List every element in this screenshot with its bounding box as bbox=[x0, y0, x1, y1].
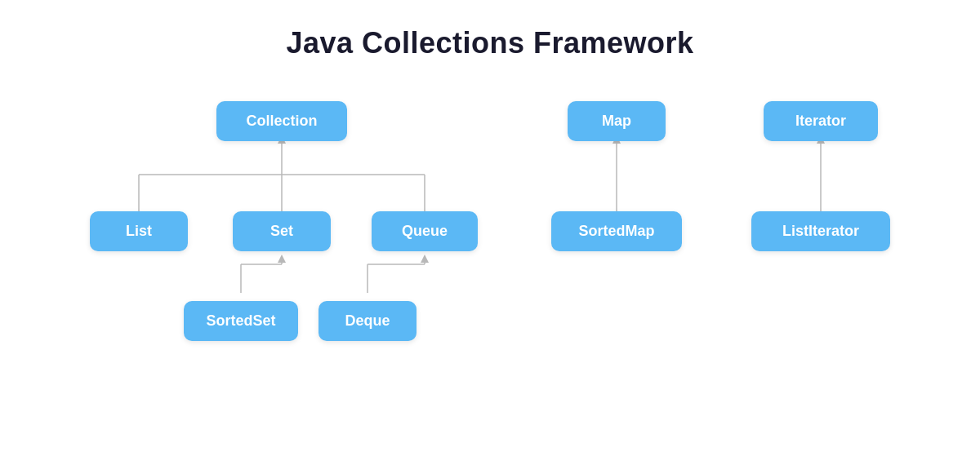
collection-node: Collection bbox=[216, 101, 347, 141]
listiterator-node: ListIterator bbox=[751, 211, 890, 251]
sortedset-node: SortedSet bbox=[184, 301, 298, 341]
queue-node: Queue bbox=[372, 211, 478, 251]
svg-marker-13 bbox=[421, 255, 429, 263]
map-tree: Map SortedMap bbox=[535, 93, 698, 256]
deque-node: Deque bbox=[318, 301, 416, 341]
left-tree: Collection List Set Queue SortedSet Dequ… bbox=[78, 93, 486, 346]
svg-marker-9 bbox=[278, 255, 286, 263]
diagram-container: Collection List Set Queue SortedSet Dequ… bbox=[0, 93, 980, 346]
right-section: Map SortedMap Iterator ListIterator bbox=[535, 93, 902, 256]
list-node: List bbox=[90, 211, 188, 251]
iterator-tree: Iterator ListIterator bbox=[739, 93, 902, 256]
page-title: Java Collections Framework bbox=[286, 26, 693, 60]
iterator-node: Iterator bbox=[764, 101, 878, 141]
map-node: Map bbox=[568, 101, 666, 141]
sortedmap-node: SortedMap bbox=[551, 211, 682, 251]
set-node: Set bbox=[233, 211, 331, 251]
